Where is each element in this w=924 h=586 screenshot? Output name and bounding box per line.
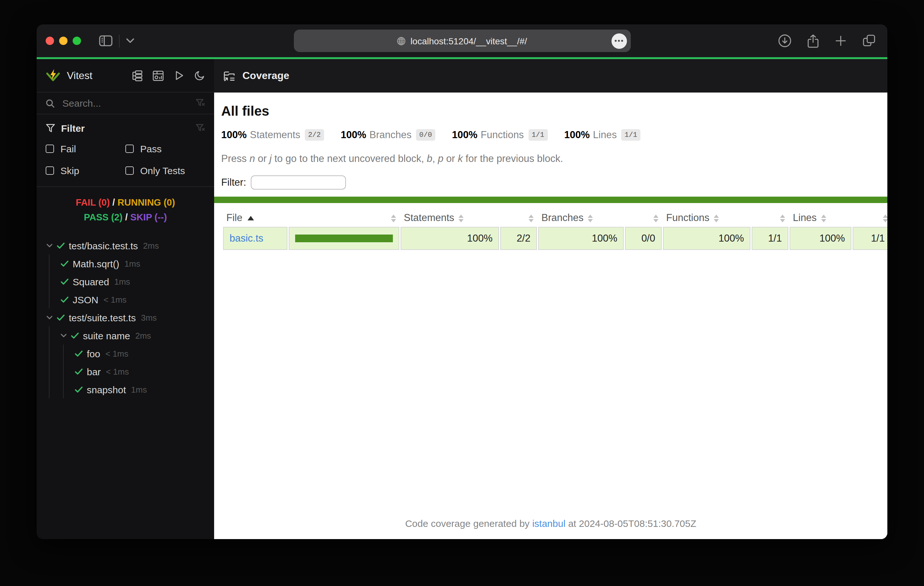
pass-count: PASS (2) [84, 212, 122, 222]
test-duration: 1ms [114, 277, 130, 286]
coverage-report: All files 100% Statements 2/2 100% Branc… [214, 92, 887, 539]
check-icon [73, 350, 84, 357]
chevron-down-icon[interactable] [126, 38, 134, 44]
table-header-row: File Statements Branches Functions Lines [223, 210, 887, 226]
coverage-filter-input[interactable] [251, 175, 346, 189]
clear-filter-icon[interactable] [195, 123, 205, 133]
check-icon [54, 314, 66, 321]
column-sorter[interactable] [289, 210, 399, 226]
main-panel: Coverage All files 100% Statements 2/2 1… [214, 59, 887, 539]
test-file-row[interactable]: test/basic.test.ts 2ms [37, 237, 214, 255]
tab-overview-icon[interactable] [862, 34, 876, 48]
column-header-branches[interactable]: Branches [538, 210, 624, 226]
test-file-row[interactable]: test/suite.test.ts 3ms [37, 309, 214, 327]
zoom-button[interactable] [73, 37, 81, 45]
dark-mode-icon[interactable] [194, 70, 205, 81]
chevron-down-icon[interactable] [45, 244, 54, 248]
test-row[interactable]: JSON < 1ms [50, 291, 214, 309]
list-tree-icon[interactable] [131, 70, 143, 81]
functions-pct-cell: 100% [663, 227, 751, 250]
column-header-lines[interactable]: Lines [790, 210, 851, 226]
coverage-status-line [214, 197, 887, 203]
column-sorter[interactable] [853, 210, 887, 226]
browser-titlebar: localhost:51204/__vitest__/#/ [37, 25, 887, 57]
page-title: Coverage [243, 70, 289, 82]
vitest-sidebar: Vitest [37, 59, 214, 539]
coverage-filter: Filter: [214, 175, 887, 189]
running-count: RUNNING (0) [118, 197, 175, 207]
lines-pct-cell: 100% [790, 227, 851, 250]
search-input[interactable] [61, 97, 195, 109]
filter-option-skip[interactable]: Skip [46, 165, 125, 176]
istanbul-link[interactable]: istanbul [532, 518, 565, 529]
test-row[interactable]: foo < 1ms [64, 345, 214, 363]
sidebar-toggle-icon[interactable] [99, 35, 112, 46]
test-row[interactable]: Squared 1ms [50, 273, 214, 291]
summary-statements: 100% Statements 2/2 [221, 129, 324, 141]
coverage-navbar: Coverage [214, 59, 887, 92]
app-title: Vitest [67, 70, 92, 81]
filter-option-pass[interactable]: Pass [125, 143, 205, 154]
functions-fraction-cell: 1/1 [752, 227, 788, 250]
coverage-table: File Statements Branches Functions Lines [222, 209, 887, 251]
test-row[interactable]: Math.sqrt() 1ms [50, 255, 214, 273]
test-duration: 1ms [131, 385, 147, 395]
lines-fraction-cell: 1/1 [853, 227, 887, 250]
column-sorter[interactable] [500, 210, 537, 226]
filter-title: Filter [61, 123, 84, 133]
filter-option-fail[interactable]: Fail [46, 143, 125, 154]
suite-row[interactable]: suite name 2ms [50, 327, 214, 345]
screenshot-stage: localhost:51204/__vitest__/#/ [0, 0, 924, 586]
share-icon[interactable] [807, 34, 819, 48]
test-duration: 2ms [143, 241, 159, 250]
run-summary: FAIL (0) / RUNNING (0) PASS (2) / SKIP (… [37, 187, 214, 233]
run-all-icon[interactable] [173, 70, 185, 81]
sort-icon [528, 215, 534, 222]
summary-functions: 100% Functions 1/1 [452, 129, 548, 141]
summary-lines: 100% Lines 1/1 [564, 129, 640, 141]
file-cell: basic.ts [223, 227, 287, 250]
clear-filter-icon[interactable] [195, 98, 205, 108]
close-button[interactable] [46, 37, 54, 45]
fraction-badge: 1/1 [528, 129, 548, 141]
test-duration: 1ms [124, 259, 140, 268]
checkbox[interactable] [125, 166, 134, 175]
checkbox[interactable] [46, 166, 54, 175]
address-bar[interactable]: localhost:51204/__vitest__/#/ [294, 30, 630, 52]
check-icon [73, 368, 84, 375]
test-duration: < 1ms [104, 295, 127, 305]
statements-pct-cell: 100% [401, 227, 499, 250]
globe-icon [397, 36, 406, 45]
test-row[interactable]: snapshot 1ms [64, 381, 214, 399]
download-icon[interactable] [778, 34, 792, 48]
checkbox[interactable] [46, 145, 54, 153]
sort-icon [588, 215, 593, 222]
chevron-down-icon[interactable] [58, 334, 69, 338]
chevron-down-icon[interactable] [45, 316, 54, 320]
page-settings-icon[interactable] [611, 33, 627, 48]
fraction-badge: 0/0 [416, 129, 435, 141]
filter-option-only-tests[interactable]: Only Tests [125, 165, 205, 176]
column-header-functions[interactable]: Functions [663, 210, 751, 226]
table-row: basic.ts 100% 2/2 100% 0/0 100% 1/1 100% [223, 227, 887, 250]
fraction-badge: 2/2 [305, 129, 324, 141]
fraction-badge: 1/1 [621, 129, 640, 141]
checkbox[interactable] [125, 145, 134, 153]
column-sorter[interactable] [625, 210, 662, 226]
search-icon [46, 99, 54, 108]
url-text: localhost:51204/__vitest__/#/ [411, 36, 527, 46]
column-sorter[interactable] [752, 210, 788, 226]
new-tab-icon[interactable] [835, 35, 847, 47]
sort-asc-icon [248, 216, 254, 221]
traffic-lights [46, 37, 81, 45]
test-duration: 3ms [141, 313, 157, 323]
check-icon [73, 386, 84, 393]
coverage-bar-fill [295, 235, 393, 242]
dashboard-icon[interactable] [152, 70, 164, 81]
column-header-statements[interactable]: Statements [401, 210, 499, 226]
column-header-file[interactable]: File [223, 210, 287, 226]
file-link[interactable]: basic.ts [229, 233, 263, 244]
coverage-summary: 100% Statements 2/2 100% Branches 0/0 10… [214, 129, 887, 141]
minimize-button[interactable] [59, 37, 68, 45]
test-row[interactable]: bar < 1ms [64, 363, 214, 381]
